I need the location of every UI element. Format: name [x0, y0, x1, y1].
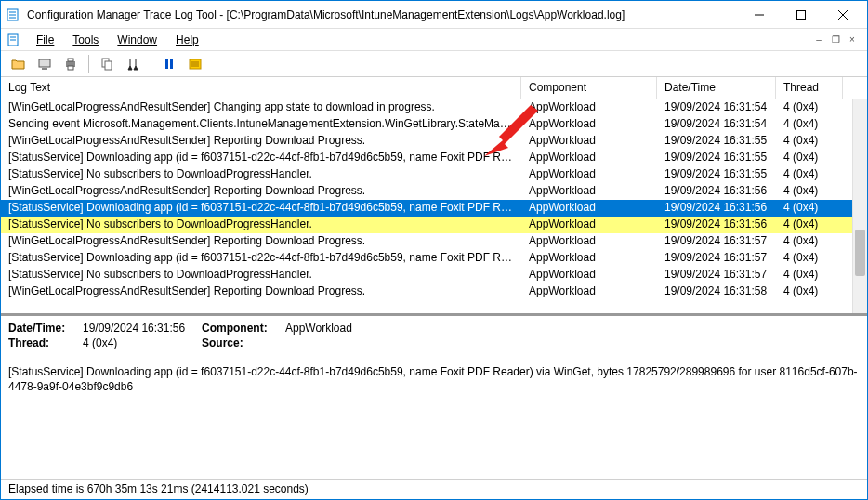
log-row[interactable]: [StatusService] No subscribers to Downlo…	[1, 166, 867, 183]
log-cell-thread: 4 (0x4)	[776, 267, 843, 283]
log-cell-thread: 4 (0x4)	[776, 283, 843, 300]
svg-rect-15	[68, 66, 73, 70]
log-cell-text: [StatusService] No subscribers to Downlo…	[1, 166, 521, 183]
log-cell-component: AppWorkload	[521, 283, 657, 300]
log-cell-datetime: 19/09/2024 16:31:56	[657, 200, 776, 217]
vertical-scrollbar[interactable]	[852, 99, 867, 313]
log-cell-thread: 4 (0x4)	[776, 200, 843, 217]
menu-bar: File Tools Window Help – ❐ ×	[1, 29, 867, 51]
log-cell-thread: 4 (0x4)	[776, 183, 843, 200]
svg-rect-5	[796, 10, 805, 19]
log-cell-text: [StatusService] No subscribers to Downlo…	[1, 267, 521, 283]
col-header-thread[interactable]: Thread	[776, 77, 843, 99]
log-cell-thread: 4 (0x4)	[776, 150, 843, 166]
mdi-close-button[interactable]: ×	[845, 33, 860, 47]
log-cell-component: AppWorkload	[521, 217, 657, 233]
log-cell-thread: 4 (0x4)	[776, 116, 843, 133]
svg-rect-11	[39, 59, 50, 67]
col-header-datetime[interactable]: Date/Time	[657, 77, 776, 99]
log-view: Log Text Component Date/Time Thread [Win…	[1, 77, 867, 313]
svg-rect-14	[68, 59, 73, 61]
highlight-button[interactable]	[185, 54, 205, 74]
detail-source-label: Source:	[202, 336, 285, 349]
scrollbar-thumb[interactable]	[855, 230, 865, 276]
log-cell-thread: 4 (0x4)	[776, 217, 843, 233]
log-cell-text: [StatusService] Downloading app (id = f6…	[1, 200, 521, 217]
log-row[interactable]: [StatusService] Downloading app (id = f6…	[1, 200, 867, 217]
log-cell-datetime: 19/09/2024 16:31:58	[657, 283, 776, 300]
log-cell-datetime: 19/09/2024 16:31:56	[657, 217, 776, 233]
svg-rect-18	[165, 59, 168, 69]
log-cell-thread: 4 (0x4)	[776, 99, 843, 116]
log-cell-text: [WinGetLocalProgressAndResultSender] Rep…	[1, 133, 521, 150]
log-row[interactable]: [WinGetLocalProgressAndResultSender] Rep…	[1, 183, 867, 200]
log-row[interactable]: [WinGetLocalProgressAndResultSender] Rep…	[1, 233, 867, 250]
detail-component-value: AppWorkload	[285, 322, 352, 335]
open-server-button[interactable]	[34, 54, 55, 74]
log-cell-thread: 4 (0x4)	[776, 250, 843, 267]
log-cell-datetime: 19/09/2024 16:31:57	[657, 250, 776, 267]
detail-component-label: Component:	[202, 322, 285, 335]
log-cell-component: AppWorkload	[521, 150, 657, 166]
open-file-button[interactable]	[8, 54, 29, 74]
log-cell-thread: 4 (0x4)	[776, 133, 843, 150]
detail-datetime-label: Date/Time:	[8, 322, 83, 335]
log-cell-component: AppWorkload	[521, 166, 657, 183]
log-cell-component: AppWorkload	[521, 200, 657, 217]
close-button[interactable]	[822, 2, 863, 28]
title-bar: Configuration Manager Trace Log Tool - […	[1, 1, 867, 29]
log-header: Log Text Component Date/Time Thread	[1, 77, 867, 99]
log-row[interactable]: [StatusService] Downloading app (id = f6…	[1, 150, 867, 166]
log-row[interactable]: [StatusService] No subscribers to Downlo…	[1, 267, 867, 283]
log-cell-component: AppWorkload	[521, 267, 657, 283]
log-cell-component: AppWorkload	[521, 116, 657, 133]
log-cell-component: AppWorkload	[521, 233, 657, 250]
log-cell-text: [StatusService] No subscribers to Downlo…	[1, 217, 521, 233]
pause-button[interactable]	[159, 54, 179, 74]
status-bar: Elapsed time is 670h 35m 13s 21ms (24141…	[1, 479, 867, 499]
log-cell-datetime: 19/09/2024 16:31:55	[657, 150, 776, 166]
minimize-button[interactable]	[738, 2, 780, 28]
status-text: Elapsed time is 670h 35m 13s 21ms (24141…	[8, 482, 309, 495]
print-button[interactable]	[60, 54, 81, 74]
maximize-button[interactable]	[780, 2, 822, 28]
detail-message: [StatusService] Downloading app (id = f6…	[8, 364, 860, 394]
log-row[interactable]: [StatusService] No subscribers to Downlo…	[1, 217, 867, 233]
log-cell-datetime: 19/09/2024 16:31:55	[657, 166, 776, 183]
col-header-text[interactable]: Log Text	[1, 77, 521, 99]
menu-tools[interactable]: Tools	[63, 32, 108, 48]
copy-button[interactable]	[97, 54, 117, 74]
log-cell-component: AppWorkload	[521, 250, 657, 267]
detail-thread-label: Thread:	[8, 336, 83, 349]
log-cell-component: AppWorkload	[521, 183, 657, 200]
detail-thread-value: 4 (0x4)	[83, 336, 117, 349]
col-header-component[interactable]: Component	[521, 77, 657, 99]
log-cell-text: [StatusService] Downloading app (id = f6…	[1, 150, 521, 166]
log-row[interactable]: [WinGetLocalProgressAndResultSender] Rep…	[1, 133, 867, 150]
log-cell-datetime: 19/09/2024 16:31:56	[657, 183, 776, 200]
menu-file[interactable]: File	[27, 32, 63, 48]
log-row[interactable]: Sending event Microsoft.Management.Clien…	[1, 116, 867, 133]
menu-help[interactable]: Help	[166, 32, 208, 48]
log-cell-thread: 4 (0x4)	[776, 233, 843, 250]
detail-datetime-value: 19/09/2024 16:31:56	[83, 322, 185, 335]
svg-rect-12	[42, 68, 47, 70]
log-cell-datetime: 19/09/2024 16:31:55	[657, 133, 776, 150]
log-cell-text: [WinGetLocalProgressAndResultSender] Rep…	[1, 183, 521, 200]
app-icon	[7, 7, 21, 22]
log-rows[interactable]: [WinGetLocalProgressAndResultSender] Cha…	[1, 99, 867, 313]
log-cell-datetime: 19/09/2024 16:31:57	[657, 233, 776, 250]
svg-rect-19	[170, 59, 173, 69]
log-row[interactable]: [WinGetLocalProgressAndResultSender] Cha…	[1, 99, 867, 116]
window-title: Configuration Manager Trace Log Tool - […	[27, 8, 738, 21]
menu-window[interactable]: Window	[108, 32, 166, 48]
mdi-minimize-button[interactable]: –	[811, 33, 826, 47]
mdi-restore-button[interactable]: ❐	[828, 33, 843, 47]
log-cell-text: [StatusService] Downloading app (id = f6…	[1, 250, 521, 267]
svg-rect-17	[105, 61, 112, 70]
log-cell-datetime: 19/09/2024 16:31:54	[657, 116, 776, 133]
log-row[interactable]: [StatusService] Downloading app (id = f6…	[1, 250, 867, 267]
log-cell-component: AppWorkload	[521, 99, 657, 116]
find-button[interactable]	[123, 54, 143, 74]
log-row[interactable]: [WinGetLocalProgressAndResultSender] Rep…	[1, 283, 867, 300]
